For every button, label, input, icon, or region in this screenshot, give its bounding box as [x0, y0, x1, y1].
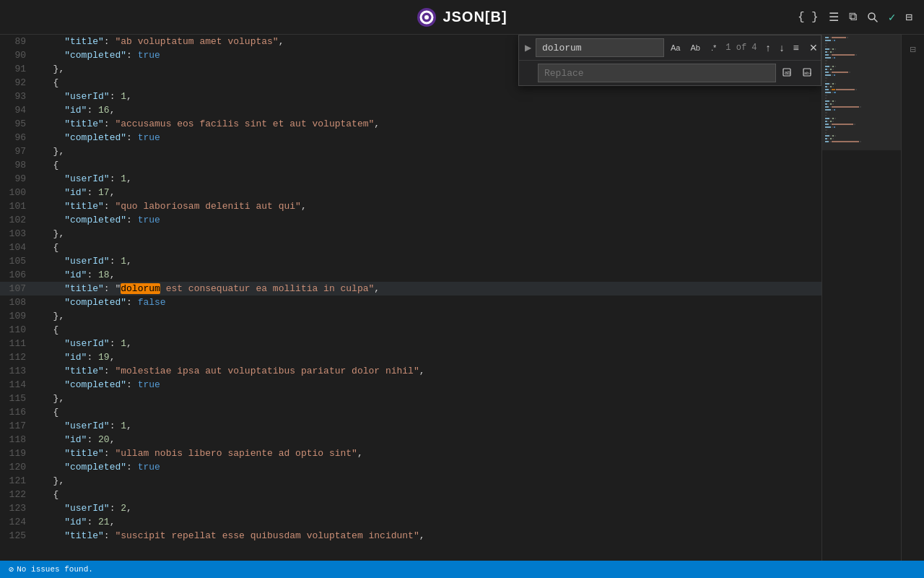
line-number: 97: [0, 144, 35, 158]
json-key: "id": [64, 105, 87, 116]
line-content: "id": 19,: [35, 350, 821, 364]
json-punct: {: [42, 489, 58, 500]
json-string: [42, 269, 64, 280]
search-icon[interactable]: [867, 12, 879, 23]
list-icon[interactable]: ☰: [829, 10, 839, 25]
validate-icon[interactable]: ✓: [889, 10, 896, 25]
json-string: [42, 187, 64, 198]
json-punct: :: [110, 338, 121, 349]
json-string: [42, 379, 64, 390]
line-content: },: [35, 144, 821, 158]
json-punct: ,: [126, 173, 132, 184]
table-row: 119 "title": "ullam nobis libero sapient…: [0, 447, 821, 460]
line-content: "completed": true: [35, 378, 821, 392]
json-key: "completed": [64, 297, 126, 308]
json-number: 1: [121, 338, 126, 349]
find-close-button[interactable]: ✕: [805, 40, 821, 56]
line-content: "userId": 1,: [35, 90, 821, 103]
minimap[interactable]: [821, 35, 901, 561]
json-string: "ullam nobis libero sapiente ad optio si…: [115, 448, 357, 459]
line-content: {: [35, 323, 821, 337]
table-row: 109 },: [0, 309, 821, 323]
match-case-button[interactable]: Aa: [667, 40, 684, 56]
line-number: 102: [0, 213, 35, 227]
json-key: "title": [64, 366, 104, 376]
replace-one-button[interactable]: ab: [779, 65, 796, 81]
find-expand-button[interactable]: ▶: [523, 41, 533, 54]
json-number: 19: [98, 352, 110, 363]
json-punct: },: [42, 393, 64, 404]
json-punct: ,: [126, 420, 132, 431]
line-number: 123: [0, 501, 35, 515]
json-key: "title": [64, 530, 104, 541]
json-key: "id": [64, 434, 87, 445]
find-lines-button[interactable]: ≡: [790, 40, 802, 56]
table-row: 97 },: [0, 144, 821, 158]
json-key: "userId": [64, 503, 109, 514]
find-input[interactable]: [536, 38, 664, 57]
table-row: 100 "id": 17,: [0, 186, 821, 199]
line-content: "id": 17,: [35, 186, 821, 199]
table-row: 96 "completed": true: [0, 131, 821, 144]
json-key: "title": [64, 36, 104, 47]
find-prev-button[interactable]: ↑: [763, 40, 774, 56]
replace-all-icon: ab+: [803, 68, 813, 78]
whole-word-button[interactable]: Ab: [687, 40, 704, 56]
json-key: "userId": [64, 338, 109, 349]
replace-all-button[interactable]: ab+: [799, 65, 816, 81]
json-string: [42, 36, 64, 47]
replace-input[interactable]: [538, 64, 776, 82]
line-content: },: [35, 227, 821, 241]
json-string: [42, 517, 64, 527]
line-number: 103: [0, 227, 35, 241]
line-number: 116: [0, 405, 35, 419]
table-row: 93 "userId": 1,: [0, 90, 821, 103]
table-row: 95 "title": "accusamus eos facilis sint …: [0, 117, 821, 131]
table-row: 110 {: [0, 323, 821, 337]
json-key: "id": [64, 352, 87, 363]
editor-area: ▶ Aa Ab .* 1 of 4 ↑ ↓ ≡ ✕: [0, 35, 821, 561]
main-content: ▶ Aa Ab .* 1 of 4 ↑ ↓ ≡ ✕: [0, 35, 924, 561]
json-boolean: true: [138, 50, 160, 61]
find-next-button[interactable]: ↓: [777, 40, 788, 56]
json-punct: {: [42, 407, 58, 418]
table-row: 106 "id": 18,: [0, 268, 821, 282]
table-row: 105 "userId": 1,: [0, 254, 821, 268]
line-number: 120: [0, 460, 35, 474]
line-number: 107: [0, 282, 35, 296]
json-key: "title": [64, 118, 104, 129]
json-number: 17: [98, 187, 110, 198]
line-number: 92: [0, 76, 35, 90]
table-row: 104 {: [0, 241, 821, 254]
json-string: "molestiae ipsa aut voluptatibus pariatu…: [115, 366, 419, 376]
right-sidebar: ⊟: [901, 35, 924, 561]
line-content: "title": "molestiae ipsa aut voluptatibu…: [35, 364, 821, 378]
table-row: 113 "title": "molestiae ipsa aut volupta…: [0, 364, 821, 378]
table-row: 102 "completed": true: [0, 213, 821, 227]
table-row: 111 "userId": 1,: [0, 337, 821, 350]
copy-icon[interactable]: ⧉: [849, 10, 857, 24]
line-number: 89: [0, 35, 35, 48]
json-punct: ,: [301, 201, 307, 212]
line-number: 122: [0, 488, 35, 501]
svg-text:ab+: ab+: [804, 71, 812, 75]
app-logo: JSON[B]: [417, 7, 507, 27]
find-row: ▶ Aa Ab .* 1 of 4 ↑ ↓ ≡ ✕: [519, 35, 821, 61]
json-string: [42, 215, 64, 225]
json-number: 1: [121, 91, 126, 102]
filter-icon[interactable]: ⊟: [905, 40, 922, 58]
line-number: 104: [0, 241, 35, 254]
line-content: "completed": true: [35, 213, 821, 227]
line-content: {: [35, 405, 821, 419]
code-scroll[interactable]: 89 "title": "ab voluptatum amet voluptas…: [0, 35, 821, 561]
braces-icon[interactable]: { }: [798, 11, 819, 24]
json-string: [42, 297, 64, 308]
layout-icon[interactable]: ⊟: [905, 10, 912, 25]
regex-button[interactable]: .*: [707, 40, 720, 56]
json-key: "userId": [64, 91, 109, 102]
json-punct: :: [87, 352, 98, 363]
json-key: "completed": [64, 132, 126, 143]
json-punct: },: [42, 146, 64, 157]
json-punct: {: [42, 324, 58, 335]
json-punct: :: [110, 503, 121, 514]
